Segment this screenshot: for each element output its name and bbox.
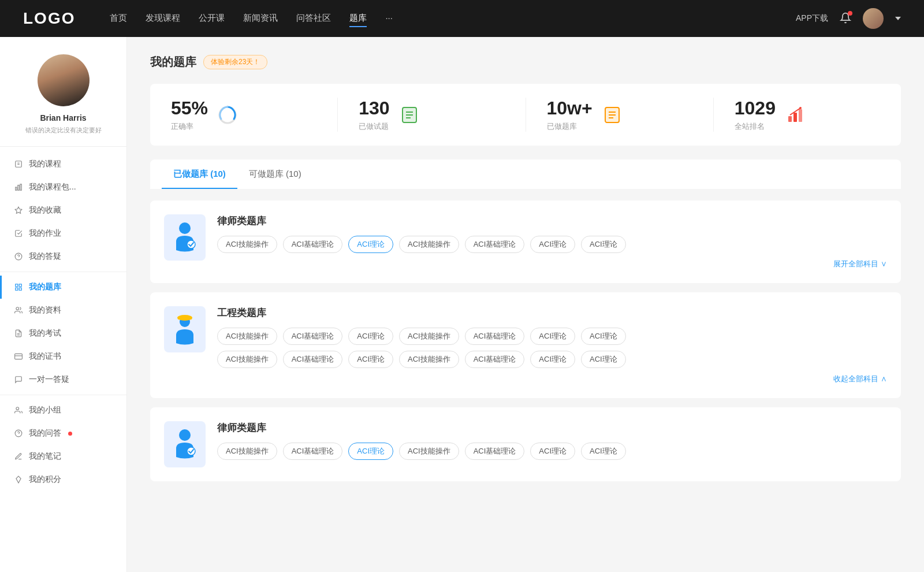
qbank-info-2: 工程类题库 ACI技能操作 ACI基础理论 ACI理论 ACI技能操作 ACI基… bbox=[217, 306, 887, 384]
tag-1-4[interactable]: ACI基础理论 bbox=[465, 236, 525, 253]
stat-done-questions-label: 已做试题 bbox=[359, 121, 389, 132]
sidebar-item-notes[interactable]: 我的笔记 bbox=[0, 445, 126, 468]
nav-open-course[interactable]: 公开课 bbox=[199, 10, 225, 27]
qbank-engineer: 工程类题库 ACI技能操作 ACI基础理论 ACI理论 ACI技能操作 ACI基… bbox=[150, 292, 901, 398]
tag-3-2[interactable]: ACI理论 bbox=[348, 443, 393, 460]
stats-card: 55% 正确率 130 已做试题 bbox=[150, 84, 901, 146]
tag-3-3[interactable]: ACI技能操作 bbox=[399, 443, 459, 460]
sidebar-item-points[interactable]: 我的积分 bbox=[0, 468, 126, 491]
tag-2-2[interactable]: ACI理论 bbox=[348, 328, 393, 345]
tag-2-r2-4[interactable]: ACI基础理论 bbox=[465, 351, 525, 368]
nav-news[interactable]: 新闻资讯 bbox=[243, 10, 278, 27]
pie-chart-icon bbox=[217, 105, 238, 125]
tag-3-4[interactable]: ACI基础理论 bbox=[465, 443, 525, 460]
tag-2-r2-5[interactable]: ACI理论 bbox=[530, 351, 575, 368]
qbank-header-3: 律师类题库 ACI技能操作 ACI基础理论 ACI理论 ACI技能操作 ACI基… bbox=[164, 421, 887, 467]
tabs: 已做题库 (10) 可做题库 (10) bbox=[150, 159, 901, 189]
sidebar-item-course-package[interactable]: 我的课程包... bbox=[0, 176, 126, 199]
notification-bell[interactable] bbox=[840, 12, 851, 25]
people-icon bbox=[14, 306, 23, 315]
svg-point-36 bbox=[799, 107, 802, 109]
cert-icon bbox=[14, 352, 23, 361]
collapse-link-2[interactable]: 收起全部科目 ∧ bbox=[217, 374, 887, 384]
sidebar-item-profile[interactable]: 我的资料 bbox=[0, 299, 126, 322]
tag-2-3[interactable]: ACI技能操作 bbox=[399, 328, 459, 345]
grid-icon bbox=[14, 283, 23, 292]
tag-1-2[interactable]: ACI理论 bbox=[348, 236, 393, 253]
app-download-button[interactable]: APP下载 bbox=[796, 13, 828, 24]
navbar: LOGO 首页 发现课程 公开课 新闻资讯 问答社区 题库 ··· APP下载 bbox=[0, 0, 924, 37]
tag-2-r2-0[interactable]: ACI技能操作 bbox=[217, 351, 277, 368]
svg-rect-9 bbox=[16, 284, 18, 287]
tag-2-1[interactable]: ACI基础理论 bbox=[283, 328, 343, 345]
sidebar-item-myqa[interactable]: 我的问答 bbox=[0, 422, 126, 445]
sidebar: Brian Harris 错误的决定比没有决定要好 我的课程 我的课程包... bbox=[0, 37, 127, 572]
tag-2-6[interactable]: ACI理论 bbox=[581, 328, 626, 345]
trial-badge: 体验剩余23天！ bbox=[203, 55, 267, 69]
stat-done-banks: 10w+ 已做题库 bbox=[526, 98, 714, 132]
sidebar-item-group[interactable]: 我的小组 bbox=[0, 399, 126, 422]
chevron-down-icon bbox=[895, 16, 901, 21]
stat-rank-label: 全站排名 bbox=[735, 121, 776, 132]
svg-point-37 bbox=[179, 222, 191, 234]
qbank-name-1: 律师类题库 bbox=[217, 214, 887, 228]
sidebar-item-qa[interactable]: 我的答疑 bbox=[0, 245, 126, 268]
sidebar-item-course[interactable]: 我的课程 bbox=[0, 153, 126, 176]
question-circle-icon bbox=[14, 252, 23, 261]
svg-rect-11 bbox=[16, 288, 18, 290]
expand-link-1[interactable]: 展开全部科目 ∨ bbox=[217, 259, 887, 269]
stat-accuracy: 55% 正确率 bbox=[150, 98, 338, 132]
lawyer-figure-icon-2 bbox=[170, 428, 199, 460]
tag-2-r2-6[interactable]: ACI理论 bbox=[581, 351, 626, 368]
tab-available[interactable]: 可做题库 (10) bbox=[237, 159, 313, 189]
engineer-figure-icon bbox=[170, 313, 199, 346]
tag-1-1[interactable]: ACI基础理论 bbox=[283, 236, 343, 253]
tag-3-6[interactable]: ACI理论 bbox=[581, 443, 626, 460]
qbank-icon-lawyer-2 bbox=[164, 421, 206, 467]
main-content: 我的题库 体验剩余23天！ 55% 正确率 bbox=[127, 37, 924, 572]
tag-3-0[interactable]: ACI技能操作 bbox=[217, 443, 277, 460]
nav-right: APP下载 bbox=[796, 8, 901, 29]
tag-2-4[interactable]: ACI基础理论 bbox=[465, 328, 525, 345]
stat-rank-value: 1029 bbox=[735, 98, 776, 119]
nav-home[interactable]: 首页 bbox=[110, 10, 127, 27]
avatar[interactable] bbox=[863, 8, 884, 29]
svg-point-42 bbox=[179, 429, 191, 441]
tag-2-0[interactable]: ACI技能操作 bbox=[217, 328, 277, 345]
tag-2-r2-3[interactable]: ACI技能操作 bbox=[399, 351, 459, 368]
svg-rect-41 bbox=[178, 318, 192, 320]
sidebar-item-cert[interactable]: 我的证书 bbox=[0, 345, 126, 368]
tag-1-6[interactable]: ACI理论 bbox=[581, 236, 626, 253]
tag-1-3[interactable]: ACI技能操作 bbox=[399, 236, 459, 253]
sidebar-item-homework[interactable]: 我的作业 bbox=[0, 222, 126, 245]
qbank-lawyer-2: 律师类题库 ACI技能操作 ACI基础理论 ACI理论 ACI技能操作 ACI基… bbox=[150, 407, 901, 481]
tag-3-5[interactable]: ACI理论 bbox=[530, 443, 575, 460]
qbank-tags-1: ACI技能操作 ACI基础理论 ACI理论 ACI技能操作 ACI基础理论 AC… bbox=[217, 236, 887, 253]
tab-done[interactable]: 已做题库 (10) bbox=[162, 159, 237, 189]
nav-qbank[interactable]: 题库 bbox=[349, 10, 367, 27]
sidebar-item-qbank[interactable]: 我的题库 bbox=[0, 276, 126, 299]
sidebar-item-exam[interactable]: 我的考试 bbox=[0, 322, 126, 345]
tag-2-r2-1[interactable]: ACI基础理论 bbox=[283, 351, 343, 368]
tag-2-r2-2[interactable]: ACI理论 bbox=[348, 351, 393, 368]
qbank-header-1: 律师类题库 ACI技能操作 ACI基础理论 ACI理论 ACI技能操作 ACI基… bbox=[164, 214, 887, 269]
note-icon bbox=[14, 452, 23, 461]
nav-more[interactable]: ··· bbox=[385, 10, 393, 27]
sidebar-item-1on1[interactable]: 一对一答疑 bbox=[0, 368, 126, 391]
qbank-icon-lawyer-1 bbox=[164, 214, 206, 261]
nav-qa[interactable]: 问答社区 bbox=[296, 10, 331, 27]
tag-1-5[interactable]: ACI理论 bbox=[530, 236, 575, 253]
bar-icon bbox=[14, 183, 23, 192]
tag-1-0[interactable]: ACI技能操作 bbox=[217, 236, 277, 253]
tag-2-5[interactable]: ACI理论 bbox=[530, 328, 575, 345]
sidebar-item-favorites[interactable]: 我的收藏 bbox=[0, 199, 126, 222]
myqa-notification-dot bbox=[68, 432, 72, 436]
nav-discover[interactable]: 发现课程 bbox=[146, 10, 180, 27]
tag-3-1[interactable]: ACI基础理论 bbox=[283, 443, 343, 460]
svg-marker-21 bbox=[16, 476, 21, 483]
svg-rect-16 bbox=[15, 354, 23, 359]
svg-point-18 bbox=[16, 407, 19, 410]
page-title: 我的题库 bbox=[150, 54, 196, 70]
note-yellow-icon bbox=[602, 105, 623, 125]
svg-rect-3 bbox=[16, 187, 17, 190]
